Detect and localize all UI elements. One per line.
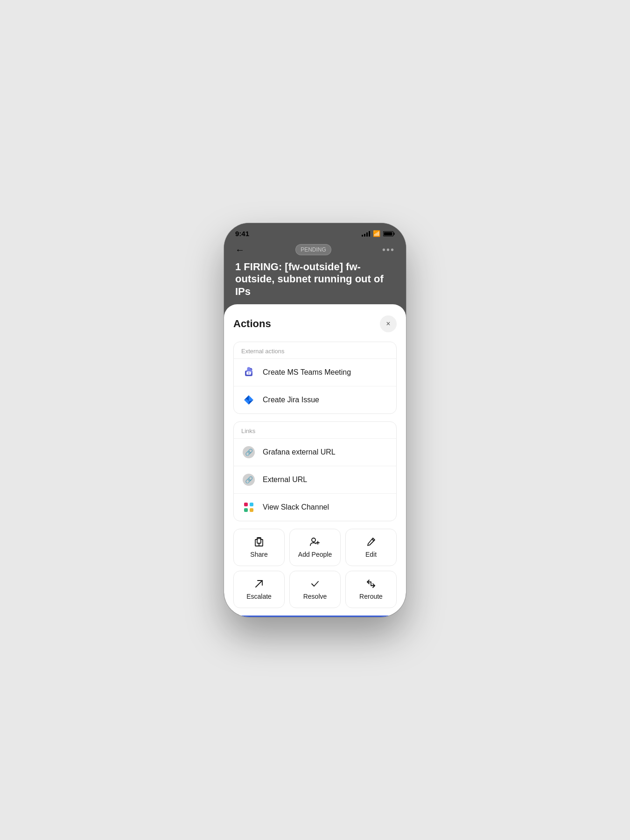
link-icon-external: 🔗 bbox=[241, 472, 256, 487]
bg-content: ← PENDING ••• 1 FIRING: [fw-outside] fw-… bbox=[224, 240, 406, 305]
svg-point-14 bbox=[312, 538, 315, 542]
wifi-icon: 📶 bbox=[373, 230, 380, 237]
close-button[interactable]: × bbox=[380, 315, 397, 332]
jira-icon bbox=[241, 392, 256, 407]
share-icon bbox=[254, 537, 264, 547]
signal-bars-icon bbox=[362, 231, 370, 237]
svg-rect-9 bbox=[244, 503, 248, 506]
resolve-button[interactable]: Resolve bbox=[289, 571, 341, 608]
svg-rect-13 bbox=[257, 538, 261, 543]
resolve-label: Resolve bbox=[303, 593, 327, 600]
share-button[interactable]: Share bbox=[233, 529, 285, 566]
edit-label: Edit bbox=[365, 551, 377, 558]
signal-bar-2 bbox=[364, 234, 365, 237]
slack-icon bbox=[241, 500, 256, 515]
signal-bar-3 bbox=[366, 232, 368, 237]
slack-channel-item[interactable]: View Slack Channel bbox=[234, 493, 396, 521]
escalate-icon bbox=[254, 579, 264, 589]
actions-bottom-sheet: Actions × External actions T bbox=[224, 304, 406, 617]
create-jira-item[interactable]: Create Jira Issue bbox=[234, 386, 396, 413]
reroute-label: Reroute bbox=[359, 593, 383, 600]
sheet-title: Actions bbox=[233, 318, 271, 330]
links-label: Links bbox=[234, 422, 396, 438]
signal-bar-1 bbox=[362, 235, 363, 237]
grafana-url-item[interactable]: 🔗 Grafana external URL bbox=[234, 438, 396, 466]
external-url-label: External URL bbox=[263, 476, 307, 484]
pending-badge: PENDING bbox=[295, 244, 331, 255]
edit-icon bbox=[366, 537, 376, 547]
back-button[interactable]: ← bbox=[235, 245, 245, 255]
accept-button[interactable]: Accept bbox=[233, 616, 397, 617]
external-actions-label: External actions bbox=[234, 342, 396, 358]
share-label: Share bbox=[250, 551, 267, 558]
ms-teams-icon: T bbox=[241, 365, 256, 380]
status-time: 9:41 bbox=[235, 230, 249, 238]
add-people-button[interactable]: Add People bbox=[289, 529, 341, 566]
create-jira-label: Create Jira Issue bbox=[263, 396, 319, 404]
more-options-button[interactable]: ••• bbox=[382, 245, 395, 255]
link-icon-grafana: 🔗 bbox=[241, 445, 256, 460]
resolve-icon bbox=[310, 579, 320, 589]
external-actions-section: External actions T Create MS Teams Meeti… bbox=[233, 342, 397, 414]
alert-title: 1 FIRING: [fw-outside] fw-outside, subne… bbox=[235, 261, 395, 298]
svg-rect-11 bbox=[244, 508, 248, 512]
reroute-icon bbox=[366, 579, 376, 589]
reroute-button[interactable]: Reroute bbox=[345, 571, 397, 608]
links-section: Links 🔗 Grafana external URL 🔗 External … bbox=[233, 421, 397, 521]
escalate-button[interactable]: Escalate bbox=[233, 571, 285, 608]
bg-nav: ← PENDING ••• bbox=[235, 240, 395, 261]
create-ms-teams-label: Create MS Teams Meeting bbox=[263, 368, 351, 377]
status-icons: 📶 bbox=[362, 230, 395, 237]
external-url-item[interactable]: 🔗 External URL bbox=[234, 466, 396, 493]
action-grid: Share Add People bbox=[233, 529, 397, 608]
add-people-label: Add People bbox=[298, 551, 332, 558]
svg-rect-1 bbox=[394, 232, 395, 235]
sheet-header: Actions × bbox=[233, 315, 397, 332]
escalate-label: Escalate bbox=[246, 593, 272, 600]
svg-text:T: T bbox=[248, 372, 249, 375]
battery-icon bbox=[383, 231, 395, 237]
close-icon: × bbox=[386, 320, 390, 328]
status-bar: 9:41 📶 bbox=[224, 223, 406, 240]
svg-rect-10 bbox=[250, 503, 253, 506]
svg-rect-2 bbox=[384, 232, 392, 235]
grafana-url-label: Grafana external URL bbox=[263, 448, 336, 456]
add-people-icon bbox=[309, 537, 321, 547]
phone-frame: 9:41 📶 ← PENDING ••• 1 FIRING: [fw-outsi… bbox=[224, 223, 406, 617]
edit-button[interactable]: Edit bbox=[345, 529, 397, 566]
create-ms-teams-item[interactable]: T Create MS Teams Meeting bbox=[234, 358, 396, 386]
svg-rect-12 bbox=[250, 508, 253, 512]
svg-point-6 bbox=[247, 367, 251, 371]
signal-bar-4 bbox=[369, 231, 370, 237]
slack-channel-label: View Slack Channel bbox=[263, 503, 329, 511]
